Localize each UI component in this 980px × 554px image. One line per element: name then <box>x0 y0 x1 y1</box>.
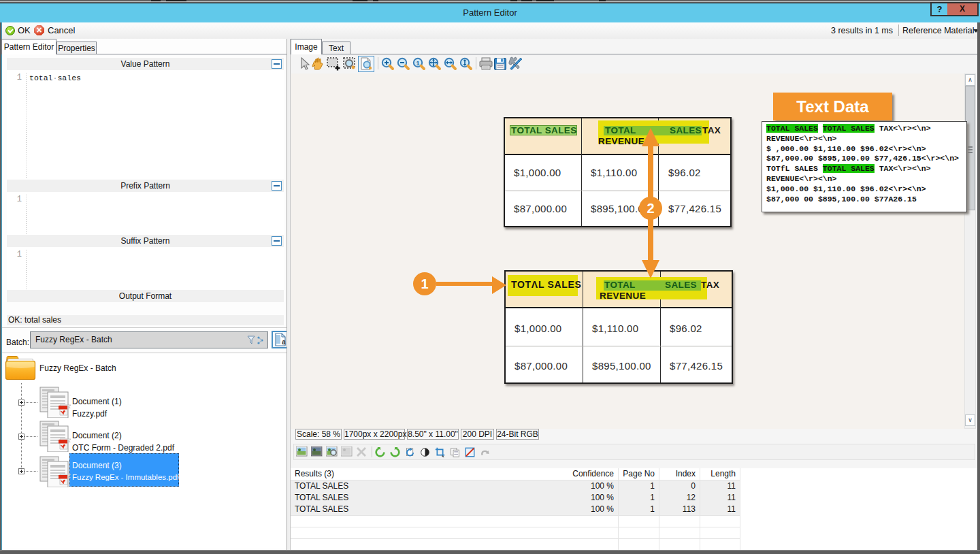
svg-text:1: 1 <box>416 60 419 67</box>
svg-text:a: a <box>282 339 286 346</box>
